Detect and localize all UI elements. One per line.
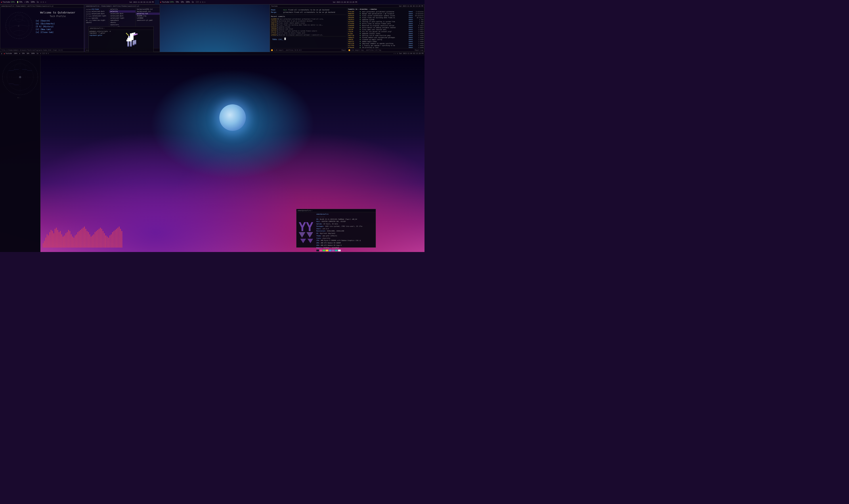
sound-bar-25: [76, 234, 77, 248]
neofetch-host: Host: ASUSTEK COMPUTER INC. G513QY: [317, 221, 375, 223]
neofetch-os: OS: NixOS 23.11.20231192.fa808ad (Tapir)…: [317, 218, 375, 221]
sound-bar-32: [85, 229, 86, 248]
git-merge-info: Head: main Fixed all screenshots to be o…: [271, 9, 346, 13]
sound-bar-4: [48, 235, 49, 248]
sound-bar-52: [112, 232, 113, 248]
sound-bar-12: [59, 232, 59, 248]
cpu-val: 10%: [26, 1, 29, 3]
battery-val: 59%: [19, 1, 22, 3]
pokemon-cmd: pokemon-colorscripts -n rapidash -f gala…: [89, 30, 113, 52]
file-polarity: polarity.txt: [136, 13, 160, 15]
wallpaper-preview: emmet@snowfire:~ YY: [40, 55, 424, 252]
btaskbar-nav-icons: ◁ ▷ ⊟: [393, 53, 398, 54]
btaskbar-datetime: Sat 2023-11-04 02:13:20 PM: [399, 53, 423, 54]
theme-spaceduck: spaceduck: [109, 19, 136, 21]
theme-ubuntu: ubuntu: [109, 21, 136, 24]
btaskbar-misc: ⊞ 115 ⧉ ≡: [40, 53, 49, 54]
sound-bar-36: [91, 236, 92, 248]
rc-item-4: b6d2d43 ● Updated system: [271, 26, 346, 28]
git-statusbar-right-left: 11k magit-log: .dotfiles 1:0 Top: [348, 49, 381, 51]
commit-row-16: e011f28 ● Improved comment on agenda syn…: [348, 43, 423, 44]
taskbar-left-items: ▶ Youtube 100% 🔋 59% ⚡ 10% 100% 1x ⊞ ⧉ ≡: [1, 1, 129, 3]
swatch-1: [320, 250, 322, 251]
bottom-taskbar: ⚙ ▶ Youtube 100% ● 59% 10% 100% 1x ⊞ 115…: [0, 52, 424, 55]
sound-bar-56: [118, 228, 118, 248]
btaskbar-yt-icon: ▶: [4, 53, 5, 55]
sound-bar-38: [93, 234, 94, 248]
taskbar-icons: ⊞ ⧉ ≡: [40, 1, 46, 3]
sound-bar-13: [60, 231, 61, 248]
sound-bar-35: [89, 234, 90, 248]
commit-row-14: c0b018 ● Cleaned up magit config Emmet 1…: [348, 39, 423, 40]
pokemon-sprite-svg: [121, 31, 145, 51]
git-mode: Magit: [342, 49, 346, 51]
file-license: LICENSE: [136, 17, 160, 19]
commit-row-10: f70c94 ● Fix for nix parser on install.o…: [348, 31, 423, 33]
btaskbar-cpu: 10%: [26, 53, 30, 54]
sound-bar-24: [75, 235, 76, 248]
sound-bar-55: [116, 229, 117, 248]
sound-bar-18: [67, 232, 68, 248]
neofetch-icons: Icons: alacritty: [317, 237, 375, 240]
taskbar-datetime-top-right: Sat 2023-11-04 02:13:20 PM: [333, 1, 357, 3]
git-topbar: Youtube Sat 2023-11-04 02:13:20 PM: [270, 5, 424, 8]
file-topbar: emmet@snowfire: /home/emmet/.dotfiles/th…: [85, 5, 160, 8]
dir-flock: fl-lock selenized-light: [85, 15, 109, 17]
sound-bar-16: [64, 235, 65, 248]
neofetch-mem: Memory: 7070MiB / 65316MiB: [317, 247, 375, 249]
neofetch-sep: ----------: [317, 216, 375, 218]
sound-bar-10: [56, 228, 57, 248]
taskbar-yt-right: ▶ Youtube 100%: [160, 1, 174, 3]
git-left-panel: Head: main Fixed all screenshots to be o…: [270, 8, 347, 48]
neofetch-logo: YY: [297, 213, 315, 246]
commit-row-7: a256de0 ● Reverted to original uwunicorn…: [348, 25, 423, 26]
svg-rect-16: [133, 40, 134, 44]
svg-text:YY: YY: [299, 220, 313, 234]
left-panel: D ◌: [0, 55, 40, 252]
svg-rect-7: [132, 33, 133, 35]
taskbar-datetime-top-left: Sat 2023-11-04 02:13:20 PM: [129, 1, 153, 3]
qute-search: [o] [Search]: [36, 20, 80, 22]
commit-row-9: f2b150 ● Fixes qemu user session uefi Em…: [348, 29, 423, 31]
yt-icon-right: ▶: [160, 1, 161, 3]
qute-history: [S h] [History]: [36, 25, 80, 28]
git-statusbar-right: Magit: [342, 49, 346, 51]
sound-bar-2: [45, 238, 46, 248]
qute-quickmarks: [b] [Quickmarks]: [36, 22, 80, 25]
neofetch-info-text: emmet@snowfire ---------- OS: NixOS 23.1…: [317, 213, 375, 246]
sound-bar-23: [73, 238, 74, 248]
dir-reorg: RE-.org tomorrow-night: [85, 19, 109, 21]
commit-row-15: 26a2f21 ● Added magit-todos Emmet 1 week: [348, 41, 423, 42]
rc-item-0: dee0888 ⚫ main gitea/main gitlab/main gi…: [271, 18, 346, 20]
svg-rect-27: [133, 44, 134, 45]
sound-bar-3: [47, 234, 48, 248]
swatch-2: [323, 250, 325, 251]
todos-line: TODOs (14)_: [271, 38, 346, 40]
git-status-dot-right: [348, 49, 350, 51]
taskbar-bat-right: 59%: [176, 1, 179, 3]
yt-percent-right: 100%: [170, 1, 174, 3]
sound-bar-22: [72, 236, 73, 248]
svg-marker-38: [299, 232, 305, 238]
sound-bar-46: [104, 233, 105, 248]
svg-rect-18: [133, 34, 135, 36]
neofetch-gpu2: GPU: AMD ATI Radeon RX Vega 8: [317, 245, 375, 247]
yt-icon: ▶: [1, 1, 2, 3]
git-right-panel: Commits in --branches --remotes 9f4c358 …: [347, 8, 424, 48]
neofetch-de: DE: Hyprland (Wayland): [317, 233, 375, 235]
sound-bar-5: [49, 232, 50, 248]
neofetch-topbar: emmet@snowfire:~: [296, 209, 376, 212]
git-head-val: main: [283, 9, 287, 11]
sound-bar-20: [69, 231, 70, 248]
commit-row-18: df4eee8 ● 3d printing is cool Emmet 1 we…: [348, 47, 423, 48]
sound-bar-6: [51, 230, 52, 248]
sound-bar-33: [87, 231, 88, 248]
theme-polarity: polarity: [109, 8, 136, 11]
svg-rect-26: [130, 46, 132, 47]
git-status-dot: [271, 49, 273, 51]
rc-item-7: 2774c0c ● Extra lines to ensure flakes w…: [271, 32, 346, 34]
sound-bar-59: [121, 231, 122, 248]
commit-row-17: e1c7259 ● I finally got agenda + syncthi…: [348, 44, 423, 47]
qute-topbar-path: emmet@snowfire /home/emmet/.dotfiles/the…: [1, 5, 54, 7]
svg-marker-40: [300, 239, 306, 243]
